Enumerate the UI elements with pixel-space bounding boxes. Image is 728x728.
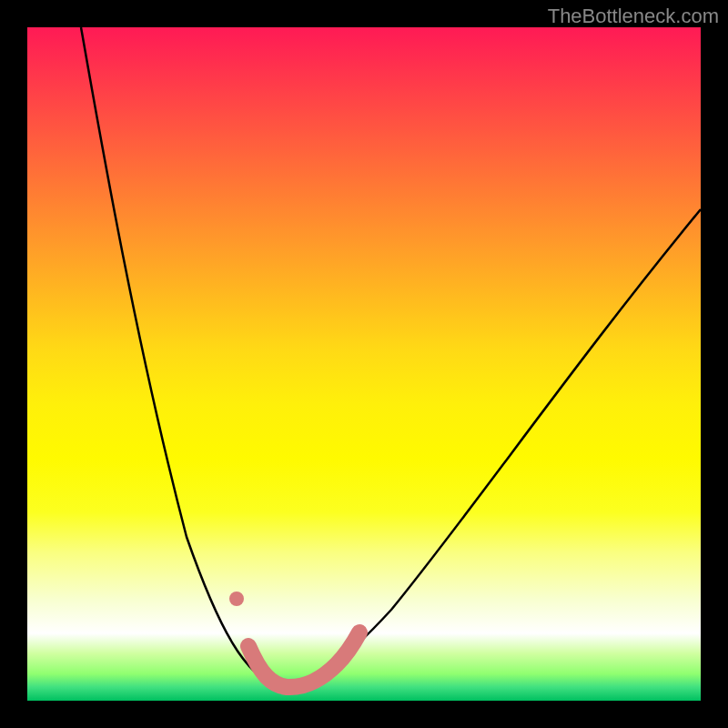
bottleneck-curve-line <box>81 27 701 684</box>
marker-dot <box>229 592 244 606</box>
marker-band <box>248 632 359 687</box>
watermark-text: TheBottleneck.com <box>548 5 719 28</box>
plot-area <box>27 27 701 701</box>
chart-container: TheBottleneck.com <box>0 0 728 728</box>
curve-svg <box>27 27 701 701</box>
